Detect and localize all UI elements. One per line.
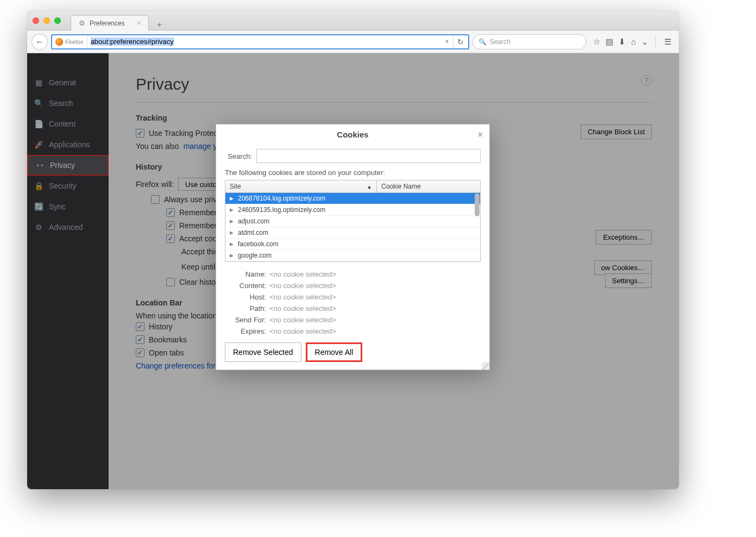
remember-search-checkbox[interactable] bbox=[166, 221, 175, 230]
detail-expires-label: Expires: bbox=[225, 327, 266, 335]
tracking-heading: Tracking bbox=[136, 114, 652, 122]
advanced-icon: ⚙ bbox=[34, 223, 43, 232]
firefox-will-label: Firefox will: bbox=[136, 180, 174, 189]
close-window-button[interactable] bbox=[33, 17, 39, 24]
gear-icon: ⚙ bbox=[79, 19, 85, 27]
close-dialog-icon[interactable]: × bbox=[478, 130, 483, 140]
remove-selected-button[interactable]: Remove Selected bbox=[225, 342, 301, 362]
search-icon: 🔍 bbox=[478, 38, 487, 46]
security-icon: 🔒 bbox=[34, 182, 43, 190]
detail-host-label: Host: bbox=[225, 293, 266, 301]
content-icon: 📄 bbox=[34, 120, 43, 128]
cookies-table: Site ▲ Cookie Name ▶206878104.log.optimi… bbox=[225, 180, 481, 262]
location-opentabs-label: Open tabs bbox=[149, 348, 184, 357]
sidebar-item-sync[interactable]: 🔄Sync bbox=[27, 196, 109, 217]
sidebar-item-label: Applications bbox=[49, 140, 90, 149]
clear-history-checkbox[interactable] bbox=[166, 278, 175, 286]
col-site-header[interactable]: Site ▲ bbox=[225, 180, 377, 192]
disclosure-icon: ▶ bbox=[230, 196, 234, 201]
sidebar-item-label: Search bbox=[49, 99, 73, 108]
nav-toolbar: ← Firefox about:preferences#privacy ▼ ↻ … bbox=[27, 30, 679, 53]
detail-path-value: <no cookie selected> bbox=[266, 304, 336, 313]
table-body[interactable]: ▶206878104.log.optimizely.com ▶246059135… bbox=[225, 193, 480, 261]
cookie-search-input[interactable] bbox=[256, 149, 481, 163]
menu-button[interactable]: ☰ bbox=[664, 37, 671, 47]
disclosure-icon: ▶ bbox=[230, 230, 234, 235]
separator bbox=[655, 36, 656, 47]
remember-browsing-checkbox[interactable] bbox=[166, 208, 175, 217]
change-blocklist-button[interactable]: Change Block List bbox=[581, 124, 652, 139]
cookie-site-label: google.com bbox=[238, 252, 272, 259]
bookmark-star-icon[interactable]: ☆ bbox=[593, 37, 600, 47]
applications-icon: 🚀 bbox=[34, 140, 43, 149]
location-opentabs-checkbox[interactable] bbox=[136, 348, 144, 357]
cookie-row[interactable]: ▶246059135.log.optimizely.com bbox=[225, 204, 480, 216]
preferences-sidebar: ▦General 🔍Search 📄Content 🚀Applications … bbox=[27, 53, 109, 489]
sidebar-item-security[interactable]: 🔒Security bbox=[27, 176, 109, 196]
pocket-icon[interactable]: ⌄ bbox=[641, 37, 648, 47]
downloads-icon[interactable]: ⬇ bbox=[619, 37, 626, 47]
location-bookmarks-label: Bookmarks bbox=[149, 335, 187, 344]
cookie-site-label: 246059135.log.optimizely.com bbox=[238, 206, 325, 214]
detail-content-label: Content: bbox=[225, 282, 266, 290]
home-icon[interactable]: ⌂ bbox=[631, 37, 636, 46]
sidebar-item-privacy[interactable]: 👓Privacy bbox=[27, 155, 109, 176]
sort-asc-icon: ▲ bbox=[367, 184, 372, 190]
minimize-window-button[interactable] bbox=[43, 17, 50, 24]
exceptions-button[interactable]: Exceptions… bbox=[596, 230, 652, 245]
detail-content-value: <no cookie selected> bbox=[266, 282, 336, 290]
keep-until-label: Keep until: bbox=[181, 263, 217, 271]
search-nav-icon: 🔍 bbox=[34, 99, 43, 108]
disclosure-icon: ▶ bbox=[230, 207, 234, 213]
library-icon[interactable]: ▤ bbox=[606, 37, 613, 47]
url-bar[interactable]: Firefox about:preferences#privacy ▼ ↻ bbox=[51, 34, 469, 49]
url-input[interactable]: about:preferences#privacy bbox=[87, 38, 441, 46]
reload-button[interactable]: ↻ bbox=[453, 35, 468, 49]
sidebar-item-general[interactable]: ▦General bbox=[27, 72, 109, 93]
search-box[interactable]: 🔍 Search bbox=[472, 34, 587, 49]
close-tab-icon[interactable]: × bbox=[137, 19, 141, 27]
cookie-row[interactable]: ▶adjust.com bbox=[225, 216, 480, 227]
toolbar-buttons: ☆ ▤ ⬇ ⌂ ⌄ ☰ bbox=[590, 36, 675, 47]
sidebar-item-search[interactable]: 🔍Search bbox=[27, 93, 109, 114]
manage-text: You can also bbox=[136, 142, 179, 151]
dialog-header: Cookies × bbox=[216, 124, 489, 145]
resize-grip-icon[interactable] bbox=[482, 362, 489, 370]
col-cookie-header[interactable]: Cookie Name bbox=[377, 180, 480, 192]
scrollbar-thumb[interactable] bbox=[475, 193, 480, 216]
cookie-row[interactable]: ▶206878104.log.optimizely.com bbox=[225, 193, 480, 204]
location-bookmarks-checkbox[interactable] bbox=[136, 335, 144, 344]
sidebar-item-content[interactable]: 📄Content bbox=[27, 114, 109, 134]
always-private-checkbox[interactable] bbox=[151, 195, 160, 204]
remove-all-button[interactable]: Remove All bbox=[306, 342, 363, 362]
tracking-protection-checkbox[interactable] bbox=[136, 129, 144, 138]
sidebar-item-applications[interactable]: 🚀Applications bbox=[27, 134, 109, 155]
cookie-row[interactable]: ▶google.com bbox=[225, 250, 480, 261]
disclosure-icon: ▶ bbox=[230, 241, 234, 247]
identity-box[interactable]: Firefox bbox=[52, 35, 87, 48]
accept-cookies-checkbox[interactable] bbox=[166, 234, 175, 243]
back-button[interactable]: ← bbox=[32, 34, 48, 50]
clear-settings-button[interactable]: Settings… bbox=[605, 273, 652, 288]
help-icon[interactable]: ? bbox=[641, 75, 652, 86]
cookie-row[interactable]: ▶atdmt.com bbox=[225, 227, 480, 239]
maximize-window-button[interactable] bbox=[54, 17, 61, 24]
search-placeholder: Search bbox=[490, 38, 511, 46]
tab-preferences[interactable]: ⚙ Preferences × bbox=[71, 15, 149, 30]
cookie-row[interactable]: ▶facebook.com bbox=[225, 239, 480, 250]
url-dropdown-icon[interactable]: ▼ bbox=[441, 39, 453, 45]
disclosure-icon: ▶ bbox=[230, 218, 234, 224]
detail-name-label: Name: bbox=[225, 270, 266, 278]
window-controls bbox=[33, 17, 61, 24]
sidebar-item-label: Content bbox=[49, 120, 75, 128]
cookie-details: Name:<no cookie selected> Content:<no co… bbox=[225, 266, 481, 342]
table-header: Site ▲ Cookie Name bbox=[225, 180, 480, 193]
detail-host-value: <no cookie selected> bbox=[266, 293, 336, 301]
location-history-checkbox[interactable] bbox=[136, 322, 144, 331]
detail-sendfor-label: Send For: bbox=[225, 316, 266, 324]
sidebar-item-advanced[interactable]: ⚙Advanced bbox=[27, 217, 109, 238]
new-tab-button[interactable]: + bbox=[152, 18, 166, 30]
show-cookies-button[interactable]: ow Cookies… bbox=[594, 260, 652, 275]
dialog-body: Search: The following cookies are stored… bbox=[216, 145, 489, 342]
page-title: Privacy bbox=[136, 75, 652, 103]
